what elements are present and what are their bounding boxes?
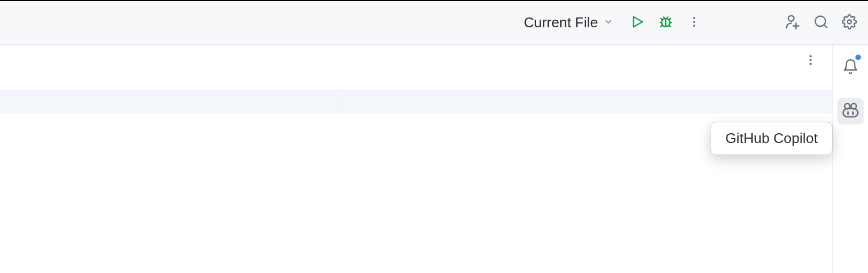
svg-line-10: [667, 17, 668, 19]
svg-line-7: [661, 25, 662, 27]
more-vertical-icon: [804, 54, 817, 69]
right-sidebar: [832, 45, 868, 273]
notification-indicator-dot: [854, 54, 862, 61]
bug-icon: [658, 14, 674, 32]
editor-split-divider: [343, 78, 343, 273]
copilot-tooltip: GitHub Copilot: [711, 122, 832, 155]
svg-point-21: [810, 59, 812, 61]
svg-line-9: [664, 17, 664, 19]
svg-point-19: [848, 20, 852, 23]
user-add-icon: [784, 14, 801, 32]
svg-line-18: [824, 25, 826, 27]
svg-line-6: [669, 18, 671, 20]
gear-icon: [842, 14, 857, 32]
chevron-down-icon: [603, 17, 613, 29]
search-everywhere-button[interactable]: [809, 11, 833, 35]
svg-point-14: [789, 15, 794, 21]
more-run-options-button[interactable]: [682, 11, 706, 35]
svg-point-20: [810, 55, 812, 57]
svg-marker-0: [634, 16, 642, 27]
bell-icon: [842, 58, 859, 77]
debug-button[interactable]: [654, 11, 678, 35]
editor-more-options-button[interactable]: [799, 49, 823, 73]
run-controls-group: Current File: [516, 11, 706, 35]
current-line-highlight: [0, 90, 832, 114]
toolbar-right-group: [781, 11, 861, 35]
search-icon: [813, 14, 829, 32]
notifications-button[interactable]: [837, 55, 864, 81]
run-config-selector[interactable]: Current File: [516, 11, 621, 34]
svg-point-22: [810, 63, 812, 65]
svg-line-8: [669, 25, 671, 27]
run-config-label: Current File: [524, 14, 598, 31]
more-vertical-icon: [688, 15, 701, 31]
editor-header: [0, 45, 832, 78]
tooltip-text: GitHub Copilot: [725, 130, 818, 146]
code-with-me-button[interactable]: [781, 11, 805, 35]
svg-point-11: [693, 17, 695, 19]
svg-rect-23: [843, 109, 858, 117]
svg-point-12: [693, 21, 695, 23]
svg-line-5: [661, 18, 662, 20]
editor-area: GitHub Copilot: [0, 45, 832, 273]
svg-point-13: [693, 25, 695, 27]
copilot-icon: [841, 100, 860, 122]
play-icon: [630, 14, 645, 32]
github-copilot-button[interactable]: [837, 98, 864, 124]
main-area: GitHub Copilot: [0, 45, 868, 273]
run-button[interactable]: [625, 11, 649, 35]
toolbar: Current File: [0, 1, 868, 45]
editor-body[interactable]: GitHub Copilot: [0, 78, 832, 273]
settings-button[interactable]: [837, 11, 861, 35]
